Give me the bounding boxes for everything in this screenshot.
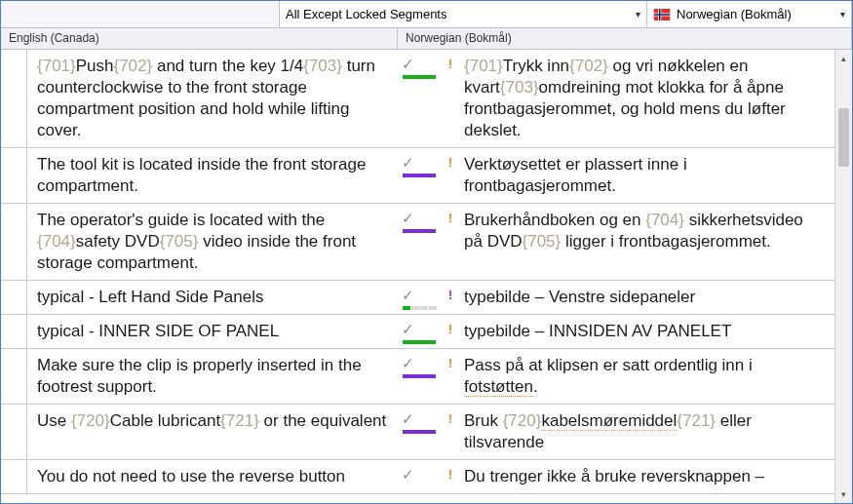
tag-marker: {702} — [113, 57, 152, 75]
source-cell[interactable]: You do not need to use the reverse butto… — [27, 460, 398, 493]
tag-marker: {704} — [37, 232, 76, 251]
row-indent — [1, 148, 26, 203]
warning-icon: ! — [448, 467, 452, 482]
source-cell[interactable]: typical - INNER SIDE OF PANEL — [27, 315, 398, 348]
svg-rect-4 — [654, 14, 671, 16]
segment-row[interactable]: typical - INNER SIDE OF PANEL✓!typebilde… — [1, 315, 834, 349]
target-cell[interactable]: typebilde – INNSIDEN AV PANELET — [458, 315, 834, 348]
status-bar — [403, 340, 436, 344]
row-indent — [1, 460, 26, 493]
flag-norway-icon — [653, 9, 671, 20]
target-header: Norwegian (Bokmål) — [398, 28, 852, 49]
segment-row[interactable]: The operator's guide is located with the… — [1, 204, 834, 281]
status-cell: ✓! — [398, 204, 458, 280]
status-cell: ✓! — [398, 315, 458, 348]
status-bar — [403, 174, 436, 177]
column-headers: English (Canada) Norwegian (Bokmål) — [1, 28, 852, 50]
segment-grid[interactable]: {701}Push{702} and turn the key 1/4{703}… — [1, 50, 834, 503]
check-icon: ✓ — [402, 410, 414, 428]
row-indent — [1, 281, 26, 314]
status-bar — [403, 374, 436, 378]
scroll-thumb[interactable] — [838, 108, 849, 167]
scroll-down-icon[interactable]: ▾ — [835, 485, 852, 503]
warning-icon: ! — [448, 411, 452, 426]
target-cell[interactable]: Pass på at klipsen er satt ordentlig inn… — [458, 349, 834, 404]
source-cell[interactable]: The tool kit is located inside the front… — [27, 148, 398, 203]
target-cell[interactable]: Du trenger ikke å bruke reversknappen – — [458, 460, 834, 493]
source-header: English (Canada) — [1, 28, 398, 49]
check-icon: ✓ — [402, 287, 414, 304]
tag-marker: {703} — [303, 57, 342, 75]
row-indent — [1, 204, 26, 280]
tag-marker: {704} — [645, 211, 684, 229]
status-cell: ✓! — [398, 460, 458, 493]
tag-marker: {705} — [160, 232, 199, 251]
source-cell[interactable]: {701}Push{702} and turn the key 1/4{703}… — [27, 50, 398, 147]
check-icon: ✓ — [402, 154, 414, 172]
warning-icon: ! — [448, 322, 452, 336]
chevron-down-icon: ▾ — [840, 9, 845, 19]
language-dropdown[interactable]: Norwegian (Bokmål) ▾ — [647, 1, 852, 27]
source-cell[interactable]: Make sure the clip is properly inserted … — [27, 349, 398, 404]
scroll-up-icon[interactable]: ▴ — [835, 50, 852, 67]
warning-icon: ! — [448, 288, 452, 302]
flagged-term: fotstøtten — [464, 377, 533, 397]
tag-marker: {701} — [37, 57, 76, 75]
status-cell: ✓! — [398, 50, 458, 147]
tag-marker: {720} — [503, 411, 542, 430]
row-indent — [1, 405, 26, 459]
check-icon: ✓ — [402, 321, 414, 338]
flagged-term: kabelsmøremiddel — [541, 411, 677, 431]
check-icon: ✓ — [402, 355, 414, 372]
segment-row[interactable]: The tool kit is located inside the front… — [1, 148, 834, 204]
target-cell[interactable]: Bruk {720}kabelsmøremiddel{721} eller ti… — [458, 405, 834, 459]
segment-row[interactable]: You do not need to use the reverse butto… — [1, 460, 834, 494]
status-cell: ✓! — [398, 148, 458, 203]
toolbar: All Except Locked Segments ▾ Norwegian (… — [1, 1, 852, 28]
segment-row[interactable]: typical - Left Hand Side Panels✓!typebil… — [1, 281, 834, 315]
warning-icon: ! — [448, 57, 452, 71]
status-cell: ✓! — [398, 281, 458, 314]
filter-dropdown-label: All Except Locked Segments — [286, 7, 446, 21]
target-cell[interactable]: typebilde – Venstre sidepaneler — [458, 281, 834, 314]
warning-icon: ! — [448, 155, 452, 170]
source-cell[interactable]: typical - Left Hand Side Panels — [27, 281, 398, 314]
row-indent — [1, 349, 26, 404]
tag-marker: {705} — [523, 232, 562, 251]
check-icon: ✓ — [402, 56, 414, 73]
source-cell[interactable]: The operator's guide is located with the… — [27, 204, 398, 280]
warning-icon: ! — [448, 356, 452, 370]
language-dropdown-label: Norwegian (Bokmål) — [677, 7, 792, 21]
warning-icon: ! — [448, 211, 452, 225]
editor-window: All Except Locked Segments ▾ Norwegian (… — [0, 0, 853, 504]
row-indent — [1, 315, 26, 348]
target-cell[interactable]: Brukerhåndboken og en {704} sikkerhetsvi… — [458, 204, 834, 280]
filter-dropdown[interactable]: All Except Locked Segments ▾ — [280, 1, 647, 27]
tag-marker: {703} — [500, 78, 539, 97]
chevron-down-icon: ▾ — [636, 9, 640, 19]
vertical-scrollbar[interactable]: ▴ ▾ — [834, 50, 852, 503]
source-cell[interactable]: Use {720}Cable lubricant{721} or the equ… — [27, 405, 398, 459]
status-cell: ✓! — [398, 349, 458, 404]
status-bar — [403, 75, 436, 79]
tag-marker: {720} — [71, 411, 110, 430]
status-bar — [403, 229, 436, 233]
tag-marker: {721} — [220, 411, 259, 430]
tag-marker: {702} — [569, 57, 608, 75]
row-indent — [1, 50, 26, 147]
status-bar — [403, 306, 454, 310]
status-cell: ✓! — [398, 405, 458, 459]
segment-row[interactable]: Make sure the clip is properly inserted … — [1, 349, 834, 405]
segment-row[interactable]: Use {720}Cable lubricant{721} or the equ… — [1, 405, 834, 460]
check-icon: ✓ — [402, 466, 414, 484]
tag-marker: {701} — [464, 57, 503, 75]
toolbar-spacer — [1, 1, 280, 27]
segment-row[interactable]: {701}Push{702} and turn the key 1/4{703}… — [1, 50, 834, 148]
tag-marker: {721} — [677, 411, 716, 430]
target-cell[interactable]: {701}Trykk inn{702} og vri nøkkelen en k… — [458, 50, 834, 147]
target-cell[interactable]: Verktøysettet er plassert inne i frontba… — [458, 148, 834, 203]
status-bar — [403, 430, 436, 434]
check-icon: ✓ — [402, 210, 414, 227]
